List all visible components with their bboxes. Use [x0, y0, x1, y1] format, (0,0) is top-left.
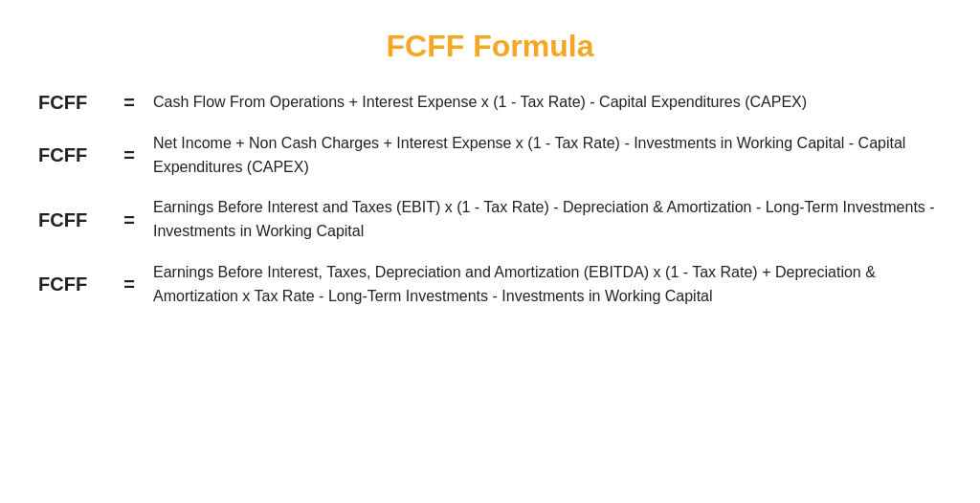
- formula-container: FCFF=Cash Flow From Operations + Interes…: [38, 91, 942, 309]
- equals-sign-3: =: [115, 209, 144, 231]
- formula-row-4: FCFF=Earnings Before Interest, Taxes, De…: [38, 261, 942, 309]
- equals-sign-4: =: [115, 273, 144, 295]
- formula-text-4: Earnings Before Interest, Taxes, Depreci…: [144, 261, 942, 309]
- formula-row-2: FCFF=Net Income + Non Cash Charges + Int…: [38, 132, 942, 180]
- page-title: FCFF Formula: [387, 29, 594, 64]
- formula-row-3: FCFF=Earnings Before Interest and Taxes …: [38, 196, 942, 244]
- formula-text-2: Net Income + Non Cash Charges + Interest…: [144, 132, 942, 180]
- formula-row-1: FCFF=Cash Flow From Operations + Interes…: [38, 91, 942, 115]
- equals-sign-2: =: [115, 144, 144, 166]
- formula-text-3: Earnings Before Interest and Taxes (EBIT…: [144, 196, 942, 244]
- fcff-label-4: FCFF: [38, 273, 115, 295]
- fcff-label-1: FCFF: [38, 92, 115, 114]
- formula-text-1: Cash Flow From Operations + Interest Exp…: [144, 91, 942, 115]
- fcff-label-3: FCFF: [38, 209, 115, 231]
- equals-sign-1: =: [115, 92, 144, 114]
- fcff-label-2: FCFF: [38, 144, 115, 166]
